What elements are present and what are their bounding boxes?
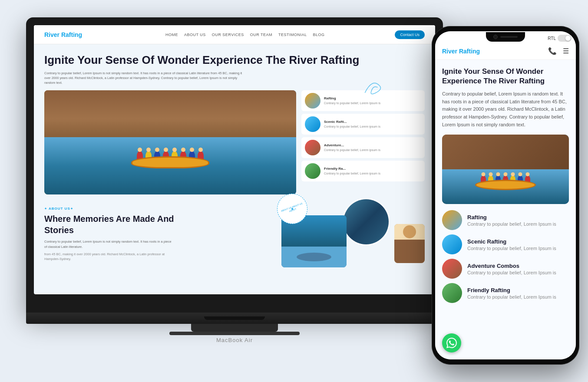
website-nav: River Rafting HOME ABOUT US OUR SERVICES…: [34, 25, 435, 44]
service-title-scenic: Scenic Rafting: [467, 238, 556, 245]
contact-button[interactable]: Contact Us: [395, 30, 425, 39]
phone-content[interactable]: Ignite Your Sense Of Wonder Experience T…: [435, 60, 576, 359]
website-content: River Rafting HOME ABOUT US OUR SERVICES…: [34, 25, 435, 294]
service-desc-rafting: Contrary to popular belief, Lorem Ipsum …: [467, 221, 556, 227]
phone-logo: River Rafting: [442, 48, 548, 55]
service-title-friendly: Friendly Rafting: [467, 287, 556, 293]
service-list: Rafting Contrary to popular belief, Lore…: [442, 210, 569, 303]
laptop-device: River Rafting HOME ABOUT US OUR SERVICES…: [26, 17, 443, 365]
nav-blog[interactable]: BLOG: [313, 33, 325, 37]
raft-illustration: [127, 142, 214, 168]
sidebar-cards: Rafting Contrary to popular belief, Lore…: [301, 90, 425, 181]
nav-about[interactable]: ABOUT US: [184, 33, 206, 37]
side-card-img-rafting: [305, 93, 320, 109]
phone-raft-body: [475, 180, 536, 190]
whatsapp-icon: [446, 338, 457, 348]
nav-home[interactable]: HOME: [165, 33, 178, 37]
website-logo: River Rafting: [44, 31, 82, 38]
laptop-body: River Rafting HOME ABOUT US OUR SERVICES…: [26, 17, 443, 313]
rtl-label: RTL: [548, 36, 556, 41]
laptop-screen: River Rafting HOME ABOUT US OUR SERVICES…: [34, 25, 435, 294]
side-card-desc-scenic: Contrary to popular belief, Lorem ipsum …: [324, 125, 380, 128]
side-card-text-adventure: Adventure... Contrary to popular belief,…: [324, 143, 380, 152]
about-label: ABOUT US: [44, 207, 183, 211]
side-card-text-rafting: Rafting Contrary to popular belief, Lore…: [324, 96, 380, 105]
service-text-scenic: Scenic Rafting Contrary to popular belie…: [467, 238, 556, 251]
service-item-adventure[interactable]: Adventure Combos Contrary to popular bel…: [442, 259, 569, 279]
phone-screen: River Rafting 📞 ☰ RTL Ignite Your Sense: [435, 31, 576, 359]
rtl-toggle-area: RTL: [548, 35, 571, 42]
hero-section: Ignite Your Sense Of Wonder Experience T…: [34, 44, 435, 200]
service-img-adventure: [442, 259, 462, 279]
laptop-notch: [204, 316, 265, 320]
service-desc-scenic: Contrary to popular belief, Lorem Ipsum …: [467, 246, 556, 251]
side-card-title-rafting: Rafting: [324, 96, 380, 100]
about-person-image: [394, 224, 425, 263]
logo-plain: River: [44, 31, 59, 38]
side-card-title-scenic: Scenic Rafti...: [324, 120, 380, 124]
side-card-title-adventure: Adventure...: [324, 143, 380, 147]
side-card-text-scenic: Scenic Rafti... Contrary to popular beli…: [324, 120, 380, 128]
about-title: Where Memories Are Made And Stories: [44, 213, 175, 236]
phone-menu-icon[interactable]: ☰: [563, 47, 569, 55]
side-card-img-friendly: [305, 163, 320, 179]
about-circle-image: [342, 198, 390, 246]
nav-services[interactable]: OUR SERVICES: [212, 33, 244, 37]
service-img-friendly: [442, 283, 462, 303]
whatsapp-button[interactable]: [442, 333, 461, 352]
logo-colored: Rafting: [61, 31, 82, 38]
phone-hero-title: Ignite Your Sense Of Wonder Experience T…: [442, 67, 569, 86]
side-card-adventure[interactable]: Adventure... Contrary to popular belief,…: [301, 137, 425, 158]
phone-camera: [493, 35, 498, 39]
side-card-desc-adventure: Contrary to popular belief, Lorem ipsum …: [324, 148, 380, 152]
phone-body: River Rafting 📞 ☰ RTL Ignite Your Sense: [432, 26, 579, 365]
service-desc-adventure: Contrary to popular belief, Lorem Ipsum …: [467, 270, 556, 275]
side-card-text-friendly: Friendly Ra... Contrary to popular belie…: [324, 167, 380, 175]
hero-description: Contrary to popular belief, Lorem Ipsum …: [44, 71, 244, 86]
phone-call-icon[interactable]: 📞: [548, 47, 557, 55]
phone-raft: [471, 166, 540, 190]
service-text-rafting: Rafting Contrary to popular belief, Lore…: [467, 214, 556, 227]
about-desc1: Contrary to popular belief, Lorem Ipsum …: [44, 239, 175, 249]
raft-body: [131, 156, 209, 168]
service-title-adventure: Adventure Combos: [467, 263, 556, 269]
service-text-adventure: Adventure Combos Contrary to popular bel…: [467, 263, 556, 275]
phone-logo-plain: River: [442, 48, 457, 55]
about-badge: ABOUT US ABOUT US ABOUT ✦: [277, 194, 307, 224]
laptop-base: [26, 313, 443, 324]
service-item-friendly[interactable]: Friendly Rafting Contrary to popular bel…: [442, 283, 569, 303]
phone-hero-description: Contrary to popular belief, Lorem Ipsum …: [442, 90, 569, 128]
service-item-scenic[interactable]: Scenic Rafting Contrary to popular belie…: [442, 234, 569, 254]
laptop-stand: [191, 324, 278, 332]
service-title-rafting: Rafting: [467, 214, 556, 221]
phone-device: River Rafting 📞 ☰ RTL Ignite Your Sense: [432, 26, 579, 365]
about-text: ABOUT US Where Memories Are Made And Sto…: [44, 207, 183, 261]
decorative-curl: [361, 75, 383, 96]
side-card-desc-friendly: Contrary to popular belief, Lorem ipsum …: [324, 171, 380, 175]
side-card-friendly[interactable]: Friendly Ra... Contrary to popular belie…: [301, 161, 425, 181]
rtl-toggle-switch[interactable]: [558, 35, 571, 42]
laptop-label: MacBook Air: [26, 337, 443, 343]
nav-testimonial[interactable]: TESTIMONIAL: [278, 33, 307, 37]
service-img-scenic: [442, 234, 462, 254]
phone-notch: [486, 32, 525, 42]
phone-speaker: [500, 36, 518, 38]
hero-title: Ignite Your Sense Of Wonder Experience T…: [44, 53, 425, 67]
nav-team[interactable]: OUR TEAM: [250, 33, 272, 37]
side-card-desc-rafting: Contrary to popular belief, Lorem Ipsum …: [324, 101, 380, 105]
service-desc-friendly: Contrary to popular belief, Lorem Ipsum …: [467, 294, 556, 300]
service-item-rafting[interactable]: Rafting Contrary to popular belief, Lore…: [442, 210, 569, 230]
side-card-scenic[interactable]: Scenic Rafti... Contrary to popular beli…: [301, 114, 425, 135]
side-card-title-friendly: Friendly Ra...: [324, 167, 380, 171]
phone-nav-icons: 📞 ☰: [548, 47, 569, 55]
phone-hero-image: [442, 135, 569, 204]
about-section: ABOUT US Where Memories Are Made And Sto…: [34, 200, 435, 283]
side-card-img-adventure: [305, 140, 320, 155]
side-card-img-scenic: [305, 116, 320, 132]
laptop-foot: [169, 332, 300, 335]
service-text-friendly: Friendly Rafting Contrary to popular bel…: [467, 287, 556, 300]
toggle-thumb: [565, 36, 571, 41]
nav-links: HOME ABOUT US OUR SERVICES OUR TEAM TEST…: [95, 33, 395, 37]
hero-rafting-image: [44, 90, 296, 194]
service-img-rafting: [442, 210, 462, 230]
